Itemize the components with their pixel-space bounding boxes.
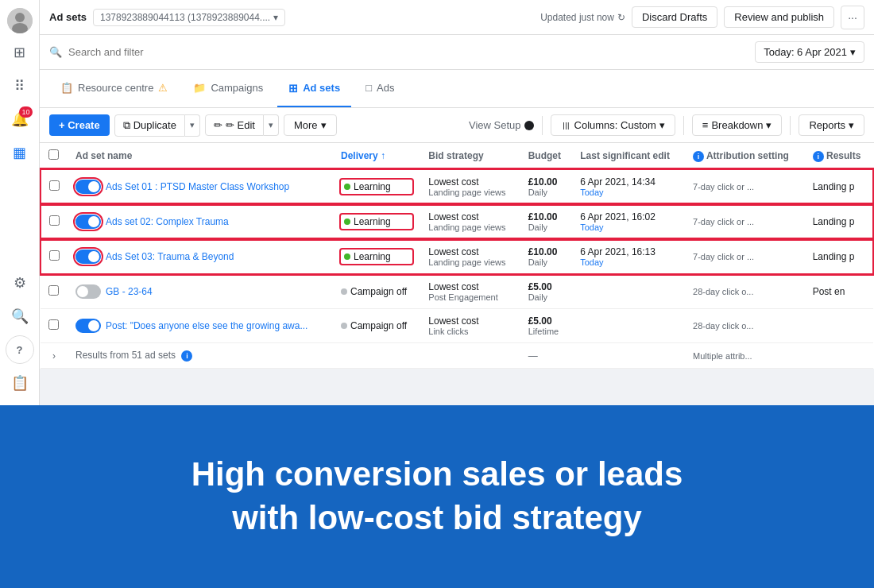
view-dot [524, 121, 534, 130]
search-icon[interactable]: 🔍 [6, 302, 34, 331]
row2-delivery: Learning [333, 204, 420, 239]
refresh-icon[interactable]: ↻ [617, 12, 625, 23]
header-name: Ad set name [68, 143, 333, 169]
breakdown-button[interactable]: ≡ Breakdown ▾ [692, 114, 783, 136]
report-icon[interactable]: 📋 [6, 369, 34, 397]
account-id-selector[interactable]: 1378923889044113 (1378923889044.... ▾ [93, 9, 285, 26]
create-button[interactable]: + Create [49, 114, 110, 136]
tab-ads[interactable]: □ Ads [354, 70, 405, 107]
edit-split-button: ✏ ✏ Edit ▾ [205, 114, 279, 136]
row3-checkbox[interactable] [41, 239, 68, 274]
edit-dropdown[interactable]: ▾ [264, 114, 279, 136]
row4-last-edit [572, 274, 685, 309]
results-info-icon[interactable]: i [813, 151, 824, 162]
row4-budget: £5.00 Daily [520, 274, 573, 309]
tab-adsets[interactable]: ⊞ Ad sets [277, 70, 351, 107]
svg-point-1 [15, 13, 25, 22]
topbar-more-button[interactable]: ··· [841, 6, 864, 29]
row1-toggle[interactable] [75, 180, 101, 194]
results-chevron[interactable]: › [41, 343, 68, 369]
row5-toggle[interactable] [75, 319, 101, 333]
row5-last-edit [572, 309, 685, 343]
tab-campaigns[interactable]: 📁 Campaigns [182, 70, 274, 107]
row4-toggle[interactable] [75, 284, 101, 299]
row5-ad-name-link[interactable]: Post: "Does anyone else see the growing … [106, 320, 307, 331]
more-button[interactable]: More ▾ [284, 114, 337, 136]
edit-button[interactable]: ✏ ✏ Edit [205, 114, 264, 136]
review-publish-button[interactable]: Review and publish [724, 6, 834, 28]
row3-toggle[interactable] [75, 250, 101, 264]
help-icon[interactable]: ? [6, 335, 34, 364]
row4-attribution: 28-day click o... [685, 274, 805, 309]
row4-name: GB - 23-64 [68, 274, 333, 309]
table-row: Ads Set 01 : PTSD Master Class Workshop … [41, 169, 873, 204]
duplicate-split-button: ⧉ Duplicate ▾ [114, 114, 200, 137]
row3-delivery: Learning [333, 239, 420, 274]
avatar[interactable] [7, 8, 33, 33]
bottom-banner: High conversion sales or leads with low-… [0, 405, 874, 588]
row4-checkbox[interactable] [41, 274, 68, 309]
results-label: Results from 51 ad sets i [68, 343, 333, 369]
settings-icon[interactable]: ⚙ [6, 269, 34, 297]
more-arrow: ▾ [321, 119, 327, 131]
home-icon[interactable]: ⊞ [6, 38, 34, 67]
main-content: Ad sets 1378923889044113 (1378923889044.… [40, 0, 874, 405]
row5-checkbox[interactable] [41, 309, 68, 343]
adsets-label: Ad sets [49, 11, 87, 23]
row2-ad-name-link[interactable]: Ads set 02: Complex Trauma [106, 216, 229, 227]
row4-results: Post en [805, 274, 873, 309]
header-delivery[interactable]: Delivery ↑ [333, 143, 420, 169]
search-input[interactable] [68, 46, 405, 58]
header-checkbox[interactable] [41, 143, 68, 169]
row3-results: Landing p [805, 239, 873, 274]
results-info-icon[interactable]: i [181, 350, 192, 362]
edit-icon: ✏ [214, 119, 222, 131]
row2-toggle[interactable] [75, 215, 101, 229]
row1-results: Landing p [805, 169, 873, 204]
breakdown-arrow: ▾ [766, 119, 772, 131]
row1-checkbox[interactable] [41, 169, 68, 204]
results-summary-row: › Results from 51 ad sets i — Multiple a… [41, 343, 873, 369]
table-header-row: Ad set name Delivery ↑ Bid strategy Budg… [41, 143, 873, 169]
campaigns-icon: 📁 [193, 82, 206, 94]
row4-delivery: Campaign off [333, 274, 420, 309]
discard-drafts-button[interactable]: Discard Drafts [632, 6, 717, 28]
view-setup[interactable]: View Setup [469, 119, 534, 131]
row4-ad-name-link[interactable]: GB - 23-64 [106, 286, 153, 297]
row4-status-dot [341, 288, 347, 295]
row1-budget: £10.00 Daily [520, 169, 573, 204]
searchbar: 🔍 Today: 6 Apr 2021 ▾ [40, 35, 874, 70]
row2-last-edit: 6 Apr 2021, 16:02 Today [572, 204, 685, 239]
resource-icon: 📋 [60, 82, 73, 94]
row5-attribution: 28-day click o... [685, 309, 805, 343]
date-filter[interactable]: Today: 6 Apr 2021 ▾ [755, 41, 864, 63]
row3-name: Ads Set 03: Trauma & Beyond [68, 239, 333, 274]
row5-name: Post: "Does anyone else see the growing … [68, 309, 333, 343]
sidebar: ⊞ ⠿ 🔔 10 ▦ ⚙ 🔍 ? 📋 [0, 0, 40, 405]
table-icon[interactable]: ▦ [6, 138, 34, 167]
row1-ad-name-link[interactable]: Ads Set 01 : PTSD Master Class Workshop [106, 181, 289, 192]
columns-button[interactable]: ⫼ Columns: Custom ▾ [551, 114, 675, 136]
info-icon[interactable]: i [693, 151, 704, 162]
reports-button[interactable]: Reports ▾ [799, 114, 864, 136]
row3-ad-name-link[interactable]: Ads Set 03: Trauma & Beyond [106, 251, 234, 262]
row3-bid: Lowest cost Landing page views [420, 239, 520, 274]
toolbar: + Create ⧉ Duplicate ▾ ✏ ✏ Edit ▾ More ▾… [40, 108, 874, 143]
duplicate-dropdown[interactable]: ▾ [185, 114, 200, 137]
alerts-icon[interactable]: 🔔 10 [6, 105, 34, 133]
updated-status: Updated just now ↻ [540, 12, 625, 23]
row5-delivery: Campaign off [333, 309, 420, 343]
header-bid: Bid strategy [420, 143, 520, 169]
results-delivery [333, 343, 420, 369]
row2-checkbox[interactable] [41, 204, 68, 239]
columns-arrow: ▾ [659, 119, 665, 131]
header-budget: Budget [520, 143, 573, 169]
dropdown-arrow: ▾ [273, 12, 278, 23]
duplicate-button[interactable]: ⧉ Duplicate [114, 114, 185, 137]
chevron-down-icon: ▾ [850, 46, 856, 58]
grid-icon[interactable]: ⠿ [6, 72, 34, 100]
row3-last-edit: 6 Apr 2021, 16:13 Today [572, 239, 685, 274]
alerts-badge: 10 [19, 106, 32, 118]
row5-bid: Lowest cost Link clicks [420, 309, 520, 343]
tab-resource-centre[interactable]: 📋 Resource centre ⚠ [49, 70, 179, 107]
